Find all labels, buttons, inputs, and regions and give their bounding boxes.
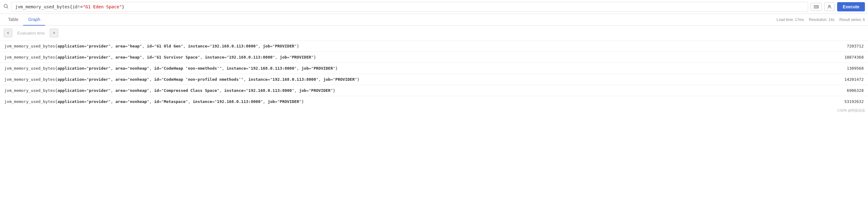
table-row: jvm_memory_used_bytes{application="provi…: [0, 74, 868, 85]
metric-value: 1309568: [847, 66, 864, 71]
toolbar-right: Execute: [811, 2, 865, 11]
execute-button[interactable]: Execute: [837, 2, 865, 11]
metric-value: 14201472: [844, 77, 864, 82]
table-row: jvm_memory_used_bytes{application="provi…: [0, 52, 868, 63]
eval-time-label: Evaluation time: [12, 29, 50, 37]
search-icon: [3, 3, 9, 10]
metric-value: 7203712: [847, 44, 864, 48]
query-input[interactable]: jvm_memory_used_bytes{id!="G1 Eden Space…: [11, 2, 808, 12]
table-row: jvm_memory_used_bytes{application="provi…: [0, 41, 868, 52]
table-row: jvm_memory_used_bytes{application="provi…: [0, 85, 868, 96]
results-table: jvm_memory_used_bytes{application="provi…: [0, 41, 868, 107]
search-bar: jvm_memory_used_bytes{id!="G1 Eden Space…: [0, 0, 868, 14]
table-row: jvm_memory_used_bytes{application="provi…: [0, 96, 868, 107]
footer-note: CSDN @阿提说说: [0, 107, 868, 114]
tabs-meta: Load time: 17ms Resolution: 14s Result s…: [777, 17, 865, 22]
svg-point-5: [829, 5, 830, 7]
query-suffix: }: [122, 4, 124, 9]
tabs-row: Table Graph Load time: 17ms Resolution: …: [0, 14, 868, 26]
load-time: Load time: 17ms: [777, 17, 804, 22]
tabs-left: Table Graph: [3, 14, 45, 25]
eval-row: < Evaluation time >: [0, 26, 868, 41]
result-series: Result series: 6: [839, 17, 865, 22]
metric-name: jvm_memory_used_bytes{application="provi…: [4, 99, 304, 104]
next-time-button[interactable]: >: [50, 29, 58, 37]
prev-time-button[interactable]: <: [4, 29, 12, 37]
query-plain: jvm_memory_used_bytes{id!=: [15, 4, 83, 9]
metric-name: jvm_memory_used_bytes{application="provi…: [4, 77, 360, 82]
resolution: Resolution: 14s: [809, 17, 835, 22]
metric-value: 53192632: [844, 99, 864, 104]
metric-value: 18874368: [844, 55, 864, 60]
tab-table[interactable]: Table: [3, 14, 23, 26]
query-highlight: "G1 Eden Space": [83, 4, 122, 9]
metric-name: jvm_memory_used_bytes{application="provi…: [4, 88, 335, 93]
metric-name: jvm_memory_used_bytes{application="provi…: [4, 55, 316, 60]
tab-graph[interactable]: Graph: [23, 14, 45, 26]
metric-name: jvm_memory_used_bytes{application="provi…: [4, 44, 299, 48]
user-button[interactable]: [824, 2, 835, 11]
table-row: jvm_memory_used_bytes{application="provi…: [0, 63, 868, 74]
svg-point-0: [4, 4, 7, 8]
format-button[interactable]: [811, 3, 822, 11]
svg-line-1: [7, 7, 8, 8]
metric-value: 6906328: [847, 88, 864, 93]
metric-name: jvm_memory_used_bytes{application="provi…: [4, 66, 338, 71]
